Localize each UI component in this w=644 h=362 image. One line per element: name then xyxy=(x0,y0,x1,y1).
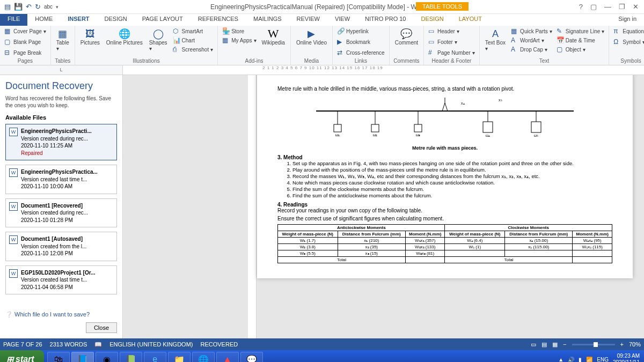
shapes-button[interactable]: ◯Shapes▾ xyxy=(147,27,170,53)
wikipedia-button[interactable]: WWikipedia xyxy=(260,27,287,47)
comment-button[interactable]: 💬Comment xyxy=(393,27,420,47)
taskbar-ie-icon[interactable]: e xyxy=(144,352,166,362)
view-read-icon[interactable]: ▭ xyxy=(531,341,536,348)
start-button[interactable]: ⊞ start xyxy=(0,350,44,362)
drop-cap-button[interactable]: ADrop Cap ▾ xyxy=(510,45,553,54)
chart-button[interactable]: 📊Chart xyxy=(172,36,215,45)
taskbar-excel-icon[interactable]: 📗 xyxy=(120,352,142,362)
symbol-button[interactable]: ΩSymbol ▾ xyxy=(612,38,644,46)
tab-page-layout[interactable]: PAGE LAYOUT xyxy=(135,14,191,26)
page-number-button[interactable]: #Page Number ▾ xyxy=(427,48,476,57)
status-words[interactable]: 2313 WORDS xyxy=(50,341,87,348)
taskbar-store-icon[interactable]: 🛍 xyxy=(47,352,70,362)
smartart-button[interactable]: ⬡SmartArt xyxy=(172,27,215,35)
footer-button[interactable]: ▭Footer ▾ xyxy=(427,38,458,46)
tray-battery-icon[interactable]: ▮ xyxy=(579,357,582,363)
word-doc-icon: W xyxy=(9,202,18,211)
tab-review[interactable]: REVIEW xyxy=(289,14,327,26)
taskbar-chrome-icon[interactable]: ◉ xyxy=(96,352,118,362)
header-button[interactable]: ▭Header ▾ xyxy=(427,27,460,35)
recovery-file-item[interactable]: WEGP150LD2020Project1 [Or...Version crea… xyxy=(5,265,117,295)
taskbar-whatsapp-icon[interactable]: 💬 xyxy=(240,352,263,362)
status-page[interactable]: PAGE 7 OF 26 xyxy=(3,341,42,348)
sign-in-link[interactable]: Sign in xyxy=(611,14,644,26)
redo-icon[interactable]: ↻ xyxy=(35,3,41,11)
online-video-button[interactable]: ▶Online Video xyxy=(294,27,329,47)
zoom-in-icon[interactable]: + xyxy=(620,341,624,348)
table-button[interactable]: ▦Table▾ xyxy=(54,27,71,53)
ribbon-display-icon[interactable]: ▢ xyxy=(590,3,597,11)
main-area: Document Recovery Word has recovered the… xyxy=(0,75,644,338)
tab-nitro[interactable]: NITRO PRO 10 xyxy=(357,14,413,26)
tray-clock[interactable]: 09:23 AM2020/11/11 xyxy=(613,353,640,362)
tab-view[interactable]: VIEW xyxy=(327,14,357,26)
bookmark-button[interactable]: ▶Bookmark xyxy=(336,38,371,46)
recovery-file-item[interactable]: WDocument1 [Recovered]Version created du… xyxy=(5,198,117,228)
equation-button[interactable]: πEquation ▾ xyxy=(612,27,644,35)
hyperlink-button[interactable]: 🔗Hyperlink xyxy=(336,27,370,35)
tab-table-design[interactable]: DESIGN xyxy=(413,14,451,26)
group-illustrations: 🖼Pictures 🌐Online Pictures ◯Shapes▾ ⬡Sma… xyxy=(75,26,218,65)
close-icon[interactable]: ✕ xyxy=(633,3,639,11)
view-print-icon[interactable]: ▤ xyxy=(541,341,547,348)
spelling-icon[interactable]: abc xyxy=(44,4,53,10)
recovery-file-list: WEngineeringPhysicsPracti...Version crea… xyxy=(5,124,117,299)
my-apps-button[interactable]: ▦My Apps ▾ xyxy=(221,36,257,45)
zoom-slider[interactable] xyxy=(572,344,615,345)
recovery-file-item[interactable]: WEngineeringPhysicsPractica...Version cr… xyxy=(5,165,117,194)
qat-customize-icon[interactable]: ▾ xyxy=(56,4,58,10)
help-icon[interactable]: ? xyxy=(579,3,583,11)
cover-page-button[interactable]: ▦Cover Page ▾ xyxy=(3,27,47,35)
taskbar-word-icon[interactable]: 📘 xyxy=(71,352,94,362)
text-box-button[interactable]: AText Box▾ xyxy=(483,27,508,53)
readings-table[interactable]: Anticlockwise MomentsClockwise Moments W… xyxy=(277,224,612,263)
wordart-button[interactable]: AWordArt ▾ xyxy=(510,36,553,45)
tab-references[interactable]: REFERENCES xyxy=(191,14,246,26)
zoom-level[interactable]: 70% xyxy=(629,341,641,348)
group-label-text: Text xyxy=(483,57,606,64)
taskbar-edge-icon[interactable]: 🌐 xyxy=(192,352,215,362)
tray-volume-icon[interactable]: 🔊 xyxy=(568,357,574,363)
tab-file[interactable]: FILE xyxy=(0,14,27,26)
tab-table-layout[interactable]: LAYOUT xyxy=(451,14,489,26)
taskbar-adobe-icon[interactable]: ▲ xyxy=(216,352,239,362)
pictures-button[interactable]: 🖼Pictures xyxy=(78,27,102,47)
document-area[interactable]: Metre rule with a hole drilled in the mi… xyxy=(123,75,644,338)
date-time-button[interactable]: 📅Date & Time xyxy=(555,36,606,45)
recovery-close-button[interactable]: Close xyxy=(86,322,117,333)
tab-home[interactable]: HOME xyxy=(27,14,60,26)
signature-line-button[interactable]: ✎Signature Line ▾ xyxy=(555,27,606,35)
cover-page-icon: ▦ xyxy=(4,27,12,35)
undo-icon[interactable]: ↶ xyxy=(26,3,32,11)
taskbar-explorer-icon[interactable]: 📁 xyxy=(168,352,191,362)
page-break-button[interactable]: ⊟Page Break xyxy=(3,48,42,57)
blank-page-button[interactable]: ▢Blank Page xyxy=(3,38,42,46)
tray-up-icon[interactable]: ▲ xyxy=(558,357,564,363)
quick-parts-button[interactable]: ▦Quick Parts ▾ xyxy=(510,27,553,35)
tab-insert[interactable]: INSERT xyxy=(60,14,97,26)
tray-language[interactable]: ENG xyxy=(597,357,609,363)
recovery-file-item[interactable]: WEngineeringPhysicsPracti...Version crea… xyxy=(5,124,117,160)
maximize-icon[interactable]: ❐ xyxy=(619,3,625,11)
view-web-icon[interactable]: ▦ xyxy=(552,341,558,348)
store-button[interactable]: 🏪Store xyxy=(221,27,257,35)
zoom-out-icon[interactable]: − xyxy=(563,341,566,348)
which-file-link[interactable]: ❔ Which file do I want to save? xyxy=(5,311,117,318)
save-icon[interactable]: 💾 xyxy=(14,3,23,11)
smartart-icon: ⬡ xyxy=(173,27,180,35)
vertical-ruler[interactable] xyxy=(248,75,257,338)
tab-design[interactable]: DESIGN xyxy=(97,14,135,26)
status-language[interactable]: ENGLISH (UNITED KINGDOM) xyxy=(109,341,193,348)
document-page[interactable]: Metre rule with a hole drilled in the mi… xyxy=(257,75,633,278)
method-step: Note which mass pieces cause clockwise r… xyxy=(292,180,612,186)
online-pictures-button[interactable]: 🌐Online Pictures xyxy=(104,27,145,47)
tab-mailings[interactable]: MAILINGS xyxy=(246,14,289,26)
object-button[interactable]: ▢Object ▾ xyxy=(555,45,606,54)
status-proofing-icon[interactable]: 📖 xyxy=(94,341,102,348)
tray-network-icon[interactable]: 📶 xyxy=(586,357,592,363)
cross-reference-button[interactable]: ⇄Cross-reference xyxy=(336,48,386,57)
recovery-file-item[interactable]: WDocument1 [Autosaved]Version created fr… xyxy=(5,232,117,261)
horizontal-ruler[interactable]: L 2 1 1 2 3 4 5 6 7 9 10 11 12 13 14 15 … xyxy=(0,65,644,75)
screenshot-button[interactable]: ⎙Screenshot ▾ xyxy=(172,45,215,54)
minimize-icon[interactable]: — xyxy=(604,3,611,11)
